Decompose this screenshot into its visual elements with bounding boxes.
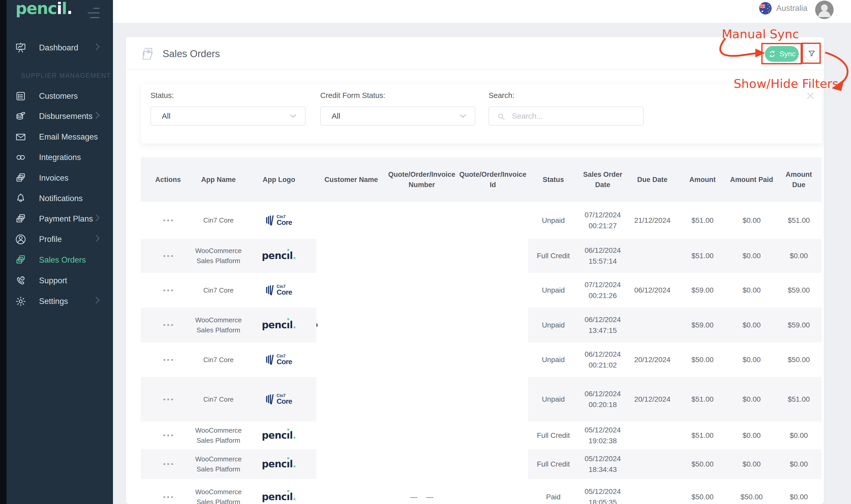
table-row: WooCommerce Sales Platformpencıl.Unpaid0… [141, 308, 821, 342]
sales-order-date-cell: 06/12/202413:47:15 [579, 308, 627, 342]
row-actions-icon[interactable] [161, 322, 176, 328]
sales-order-date-cell: 07/12/202400:21:26 [579, 273, 627, 308]
row-actions-icon[interactable] [161, 287, 176, 294]
actions-cell [141, 202, 195, 239]
email-icon [15, 131, 26, 143]
cin7-core-logo: Cin7Core [266, 354, 292, 365]
sidebar-item-label: Profile [39, 235, 62, 244]
status-select[interactable]: All [150, 107, 306, 126]
column-header: Quote/Order/Invoice Number [386, 157, 457, 202]
amount-paid-cell: $0.00 [727, 449, 776, 479]
notifications-icon [15, 193, 26, 204]
sidebar-item-sales-orders[interactable]: Sales Orders [6, 250, 113, 270]
quote-id-cell [457, 479, 528, 504]
app-root: pencil. SUPPLIER MANAGEMENT DashboardCus… [0, 0, 851, 504]
actions-cell [141, 377, 195, 421]
menu-toggle-icon[interactable] [87, 8, 99, 22]
app-logo-cell: Cin7Core [241, 273, 316, 308]
sidebar-item-dashboard[interactable]: Dashboard [6, 37, 113, 58]
amount-paid-cell: $0.00 [727, 202, 776, 239]
sidebar-item-notifications[interactable]: Notifications [6, 188, 113, 209]
amount-cell: $50.00 [678, 342, 727, 377]
sidebar-item-label: Dashboard [39, 43, 78, 52]
app-name-cell: WooCommerce Sales Platform [195, 308, 241, 342]
sidebar-item-settings[interactable]: Settings [6, 291, 113, 312]
status-cell: Full Credit [528, 449, 579, 479]
dashboard-icon [15, 42, 26, 54]
sales-orders-page-icon [140, 46, 157, 63]
status-cell: Unpaid [528, 202, 579, 239]
close-filters-icon[interactable] [807, 92, 814, 100]
cin7-core-logo: Cin7Core [266, 285, 292, 296]
sidebar-item-invoices[interactable]: Invoices [6, 168, 113, 188]
user-avatar[interactable] [815, 1, 834, 19]
annotation-show-hide-filters: Show/Hide Filters [734, 76, 838, 91]
column-header: Amount [678, 157, 727, 202]
status-cell: Unpaid [528, 377, 579, 421]
quote-id-cell [457, 202, 528, 239]
sidebar-item-payment-plans[interactable]: Payment Plans [6, 209, 113, 229]
customer-name-cell [316, 239, 386, 273]
column-header: Status [528, 157, 579, 202]
amount-paid-cell: $50.00 [727, 479, 776, 504]
amount-due-cell: $51.00 [776, 377, 821, 421]
column-header: Due Date [627, 157, 678, 202]
row-actions-icon[interactable] [161, 217, 176, 224]
row-actions-icon[interactable] [161, 253, 176, 259]
status-cell: Paid [528, 479, 579, 504]
status-cell: Unpaid [528, 273, 579, 308]
disbursements-icon [15, 110, 26, 122]
customer-name-cell [316, 449, 386, 479]
sales-order-date-cell: 06/12/202415:57:14 [579, 239, 627, 273]
row-actions-icon[interactable] [161, 432, 176, 439]
sidebar-item-integrations[interactable]: Integrations [6, 147, 113, 168]
region-selector[interactable]: Australia [759, 2, 808, 15]
window-edge [0, 0, 6, 504]
row-actions-icon[interactable] [161, 396, 176, 403]
amount-paid-cell: $0.00 [727, 377, 776, 421]
app-logo-cell: pencıl. [241, 421, 316, 449]
row-actions-icon[interactable] [161, 356, 176, 363]
table-row: Cin7 CoreCin7CoreUnpaid06/12/202400:21:0… [141, 342, 821, 377]
header-divider [126, 69, 824, 70]
sales-order-date-cell: 05/12/202418:34:43 [579, 449, 627, 479]
row-actions-icon[interactable] [161, 461, 176, 468]
sidebar-item-disbursements[interactable]: Disbursements [6, 106, 113, 127]
pencil-app-logo: pencıl. [262, 318, 296, 332]
sales-orders-card: Sales Orders Sync Status: All [126, 37, 824, 504]
credit-form-status-filter-label: Credit Form Status: [320, 91, 475, 100]
sidebar-item-customers[interactable]: Customers [6, 86, 113, 107]
search-input[interactable] [489, 107, 643, 125]
status-cell: Full Credit [528, 421, 579, 449]
app-logo-cell: Cin7Core [241, 202, 316, 239]
table-row: WooCommerce Sales Platformpencıl.Full Cr… [141, 239, 821, 273]
chevron-right-icon [95, 112, 100, 121]
support-icon: ? [15, 275, 26, 287]
quote-number-cell [386, 239, 457, 273]
amount-cell: $50.00 [678, 479, 727, 504]
app-name-cell: Cin7 Core [195, 202, 241, 239]
column-header: Quote/Order/Invoice Id [457, 157, 528, 202]
app-name-cell: WooCommerce Sales Platform [195, 479, 241, 504]
sidebar-item-profile[interactable]: Profile [6, 229, 113, 250]
amount-cell: $59.00 [678, 308, 727, 342]
row-actions-icon[interactable] [161, 494, 176, 501]
sidebar-item-email-messages[interactable]: Email Messages [6, 127, 113, 147]
sidebar-item-label: Disbursements [39, 112, 93, 121]
topbar: Australia [113, 0, 851, 23]
amount-due-cell: $0.00 [776, 421, 821, 449]
sidebar-item-label: Customers [39, 91, 78, 101]
column-header: Amount Paid [727, 157, 776, 202]
sidebar: pencil. SUPPLIER MANAGEMENT DashboardCus… [6, 0, 113, 504]
table-row: WooCommerce Sales Platformpencıl.Full Cr… [141, 421, 821, 449]
integrations-icon [15, 151, 26, 163]
credit-form-status-select[interactable]: All [320, 107, 475, 126]
filters-panel: Status: All Credit Form Status: All Sear… [141, 84, 822, 143]
app-logo-cell: pencıl. [241, 479, 316, 504]
sidebar-item-support[interactable]: ?Support [6, 270, 113, 291]
app-name-cell: WooCommerce Sales Platform [195, 421, 241, 449]
status-cell: Unpaid [528, 308, 579, 342]
chevron-right-icon [95, 235, 100, 244]
sync-highlight-box [761, 43, 802, 64]
quote-number-cell [386, 377, 457, 421]
